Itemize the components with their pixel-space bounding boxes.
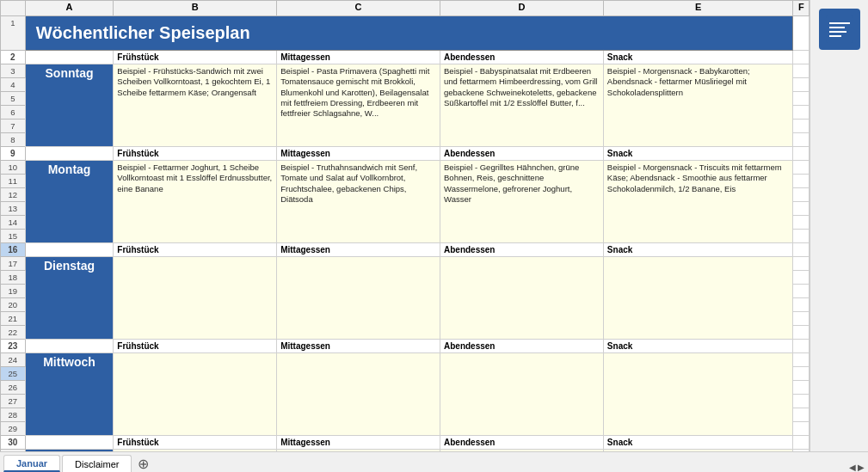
rn-19: 19 (1, 285, 26, 298)
day-montag: Montag (25, 161, 114, 243)
rn-26: 26 (1, 381, 26, 395)
cell-3f (793, 64, 810, 78)
mittwoch-snack (603, 353, 793, 436)
dienstag-mittagessen (277, 257, 440, 340)
dienstag-fruehstueck (114, 257, 277, 340)
spreadsheet-main: A B C D E F 1 Wöchentlicher Speiseplan 2… (0, 0, 810, 451)
cell-19f (793, 285, 810, 298)
cell-6f (793, 106, 810, 120)
rn-15: 15 (1, 230, 26, 243)
row-10: 10 Montag Beispiel - Fettarmer Joghurt, … (1, 161, 810, 175)
cell-9c: Mittagessen (277, 147, 440, 161)
cell-1f (793, 16, 810, 51)
rn-11: 11 (1, 175, 26, 188)
rn-20: 20 (1, 298, 26, 312)
cell-30b: Frühstück (114, 436, 277, 450)
cell-16b: Frühstück (114, 243, 277, 257)
rn-29: 29 (1, 422, 26, 436)
cell-31d (440, 450, 604, 452)
cell-23d: Abendessen (440, 340, 604, 353)
cell-30e: Snack (603, 436, 793, 450)
montag-abendessen: Beispiel - Gegrilltes Hähnchen, grüne Bo… (440, 161, 604, 243)
cell-23b: Frühstück (114, 340, 277, 353)
row-31: 31 (1, 450, 810, 452)
cell-8f (793, 133, 810, 147)
cell-9f (793, 147, 810, 161)
col-hdr-E: E (603, 1, 793, 16)
rn-3: 3 (1, 64, 26, 78)
scroll-left-icon[interactable]: ◀ (849, 463, 856, 472)
day-sonntag: Sonntag (25, 64, 114, 147)
cell-31b (114, 450, 277, 452)
scroll-right-icon[interactable]: ▶ (858, 463, 865, 472)
cell-16f (793, 243, 810, 257)
rn-31: 31 (1, 450, 26, 452)
svg-rect-0 (826, 15, 853, 43)
tab-disclaimer[interactable]: Disclaimer (62, 455, 132, 472)
rn-2: 2 (1, 51, 26, 64)
rn-16: 16 (1, 243, 26, 257)
rn-12: 12 (1, 188, 26, 202)
tab-add-button[interactable]: ⊕ (133, 455, 152, 472)
cell-2e: Snack (603, 51, 793, 64)
cell-17f (793, 257, 810, 271)
col-hdr-F: F (793, 1, 810, 16)
cell-2f (793, 51, 810, 64)
cell-14f (793, 216, 810, 230)
rn-7: 7 (1, 120, 26, 133)
col-hdr-C: C (277, 1, 440, 16)
montag-fruehstueck: Beispiel - Fettarmer Joghurt, 1 Scheibe … (114, 161, 277, 243)
rn-4: 4 (1, 78, 26, 92)
cell-2c: Mittagessen (277, 51, 440, 64)
rn-13: 13 (1, 202, 26, 216)
rn-27: 27 (1, 395, 26, 408)
title-cell: Wöchentlicher Speiseplan (25, 16, 793, 51)
cell-9b: Frühstück (114, 147, 277, 161)
cell-2b: Frühstück (114, 51, 277, 64)
scroll-nav[interactable]: ◀ ▶ (849, 463, 865, 472)
cell-4f (793, 78, 810, 92)
rn-30: 30 (1, 436, 26, 450)
cell-16e: Snack (603, 243, 793, 257)
row-16: 16 Frühstück Mittagessen Abendessen Snac… (1, 243, 810, 257)
row-2: 2 Frühstück Mittagessen Abendessen Snack (1, 51, 810, 64)
tab-bar: Januar Disclaimer ⊕ ◀ ▶ (0, 451, 868, 472)
tab-januar[interactable]: Januar (3, 455, 60, 472)
cell-9e: Snack (603, 147, 793, 161)
cell-16a (25, 243, 114, 257)
svg-rect-4 (829, 35, 841, 37)
cell-31e (603, 450, 793, 452)
rn-17: 17 (1, 257, 26, 271)
cell-31c (277, 450, 440, 452)
cell-24f (793, 353, 810, 367)
rn-28: 28 (1, 408, 26, 422)
row-1: 1 Wöchentlicher Speiseplan (1, 16, 810, 51)
sonntag-snack: Beispiel - Morgensnack - Babykarotten; A… (603, 64, 793, 147)
right-panel (810, 0, 868, 451)
rn-6: 6 (1, 106, 26, 120)
cell-13f (793, 202, 810, 216)
corner-cell (1, 1, 26, 16)
rn-1: 1 (1, 16, 26, 51)
rn-25: 25 (1, 367, 26, 381)
rn-23: 23 (1, 340, 26, 353)
spreadsheet-area: A B C D E F 1 Wöchentlicher Speiseplan 2… (0, 0, 868, 451)
cell-23e: Snack (603, 340, 793, 353)
row-23: 23 Frühstück Mittagessen Abendessen Snac… (1, 340, 810, 353)
cell-16d: Abendessen (440, 243, 604, 257)
day-mittwoch: Mittwoch (25, 353, 114, 436)
row-24: 24 Mittwoch (1, 353, 810, 367)
sonntag-mittagessen: Beispiel - Pasta Primavera (Spaghetti mi… (277, 64, 440, 147)
cell-23f (793, 340, 810, 353)
dienstag-snack (603, 257, 793, 340)
rn-18: 18 (1, 271, 26, 285)
brand-icon (819, 9, 860, 50)
rn-21: 21 (1, 312, 26, 326)
sonntag-abendessen: Beispiel - Babyspinatsalat mit Erdbeeren… (440, 64, 604, 147)
col-hdr-A: A (25, 1, 114, 16)
svg-rect-1 (829, 22, 850, 24)
svg-rect-2 (829, 27, 845, 28)
cell-29f (793, 422, 810, 436)
mittwoch-fruehstueck (114, 353, 277, 436)
row-3: 3 Sonntag Beispiel - Frühstücks-Sandwich… (1, 64, 810, 78)
